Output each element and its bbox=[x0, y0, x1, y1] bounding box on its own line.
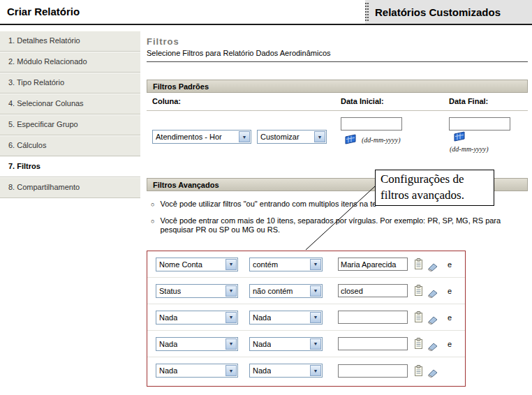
filter-value-input[interactable] bbox=[338, 337, 408, 350]
advanced-filter-row: Nada ▼ Nada ▼ bbox=[147, 357, 465, 384]
filter-operator-select[interactable]: Nada ▼ bbox=[249, 364, 323, 378]
module-title: Relatórios Customizados bbox=[375, 6, 501, 18]
filter-field-select[interactable]: Nada ▼ bbox=[156, 311, 238, 325]
filter-value-input[interactable] bbox=[338, 284, 408, 297]
select-value: Nada bbox=[253, 340, 271, 348]
date-start-input[interactable] bbox=[341, 117, 402, 131]
bullet-icon: ○ bbox=[151, 200, 154, 209]
chevron-down-icon: ▼ bbox=[226, 285, 237, 297]
advanced-filter-row: Status ▼ não contém ▼ e bbox=[147, 278, 465, 304]
sidebar-item-compartilhamento[interactable]: 8. Compartilhamento bbox=[0, 177, 140, 198]
select-values-icon[interactable] bbox=[413, 365, 424, 377]
select-values-icon[interactable] bbox=[413, 285, 424, 297]
filter-value-input[interactable] bbox=[338, 311, 408, 324]
chevron-down-icon: ▼ bbox=[310, 365, 321, 376]
select-values-icon[interactable] bbox=[413, 338, 424, 350]
step-label: 4. Selecionar Colunas bbox=[8, 99, 84, 107]
date-start-label: Data Inicial: bbox=[341, 97, 384, 105]
filter-field-select[interactable]: Nome Conta ▼ bbox=[156, 258, 238, 271]
annotation-callout: Configurações de filtros avançados. bbox=[375, 170, 494, 206]
clear-icon[interactable] bbox=[428, 343, 438, 351]
clear-icon[interactable] bbox=[428, 290, 438, 298]
step-label: 2. Módulo Relacionado bbox=[8, 57, 87, 66]
select-values-icon[interactable] bbox=[413, 258, 424, 270]
connector-label: e bbox=[448, 340, 452, 348]
filter-field-select[interactable]: Nada ▼ bbox=[156, 364, 238, 378]
select-value: Status bbox=[159, 287, 181, 295]
filter-operator-select[interactable]: Nada ▼ bbox=[249, 311, 323, 325]
section-title: Filtros bbox=[147, 36, 179, 47]
sidebar-item-filtros[interactable]: 7. Filtros bbox=[0, 156, 140, 177]
advanced-filter-row: Nada ▼ Nada ▼ e bbox=[147, 304, 465, 331]
module-header: Relatórios Customizados bbox=[365, 0, 532, 24]
page: Criar Relatório Relatórios Customizados … bbox=[0, 0, 532, 395]
chevron-down-icon: ▼ bbox=[226, 365, 237, 376]
chevron-down-icon: ▼ bbox=[226, 338, 237, 350]
page-title: Criar Relatório bbox=[7, 6, 80, 17]
sidebar-item-especificar-grupo[interactable]: 5. Especificar Grupo bbox=[0, 114, 140, 135]
step-label: 8. Compartilhamento bbox=[8, 183, 80, 191]
chevron-down-icon: ▼ bbox=[226, 259, 237, 270]
filter-value-input[interactable] bbox=[338, 364, 408, 378]
chevron-down-icon: ▼ bbox=[314, 131, 325, 142]
date-format-hint: (dd-mm-yyyy) bbox=[450, 145, 489, 153]
chevron-down-icon: ▼ bbox=[310, 285, 321, 297]
chevron-down-icon: ▼ bbox=[310, 312, 321, 323]
divider bbox=[147, 61, 528, 62]
clear-icon[interactable] bbox=[428, 369, 438, 378]
filter-operator-select[interactable]: contém ▼ bbox=[249, 258, 323, 271]
chevron-down-icon: ▼ bbox=[239, 131, 250, 142]
column-mode-select[interactable]: Customizar ▼ bbox=[257, 130, 327, 144]
step-label: 7. Filtros bbox=[8, 162, 40, 170]
step-label: 1. Detalhes Relatório bbox=[8, 36, 80, 45]
connector-label: e bbox=[448, 287, 452, 295]
header-bar: Criar Relatório Relatórios Customizados bbox=[0, 0, 532, 25]
calendar-icon[interactable] bbox=[452, 131, 466, 142]
advanced-tip-1: ○ Você pode utilizar filtros "ou" entran… bbox=[151, 200, 376, 209]
date-format-hint: (dd-mm-yyyy) bbox=[362, 136, 401, 144]
chevron-down-icon: ▼ bbox=[310, 259, 321, 270]
sidebar-item-modulo-relacionado[interactable]: 2. Módulo Relacionado bbox=[0, 52, 140, 73]
filter-value-input[interactable] bbox=[338, 258, 408, 271]
tip-text: Você pode utilizar filtros "ou" entrando… bbox=[160, 200, 376, 209]
sidebar-item-selecionar-colunas[interactable]: 4. Selecionar Colunas bbox=[0, 94, 140, 114]
sidebar-item-tipo-relatorio[interactable]: 3. Tipo Relatório bbox=[0, 73, 140, 94]
filter-operator-select[interactable]: Nada ▼ bbox=[249, 337, 323, 351]
filter-field-select[interactable]: Nada ▼ bbox=[156, 337, 238, 351]
advanced-filter-row: Nome Conta ▼ contém ▼ e bbox=[147, 251, 465, 278]
main-content: Filtros Selecione Filtros para Relatório… bbox=[147, 33, 528, 391]
step-label: 6. Cálculos bbox=[8, 141, 46, 149]
select-value: contém bbox=[253, 260, 278, 269]
bullet-icon: ○ bbox=[151, 217, 154, 235]
step-label: 5. Especificar Grupo bbox=[8, 120, 78, 128]
column-select[interactable]: Atendimentos - Hor ▼ bbox=[152, 130, 251, 144]
select-value: Nada bbox=[159, 340, 177, 348]
select-values-icon[interactable] bbox=[413, 311, 424, 323]
dotted-separator-icon bbox=[365, 3, 369, 21]
section-subtitle: Selecione Filtros para Relatório Dados A… bbox=[147, 49, 331, 57]
connector-label: e bbox=[448, 260, 452, 269]
clear-icon[interactable] bbox=[428, 263, 438, 271]
select-value: Atendimentos - Hor bbox=[156, 133, 222, 141]
filter-field-select[interactable]: Status ▼ bbox=[156, 284, 238, 298]
wizard-steps-sidebar: 1. Detalhes Relatório 2. Módulo Relacion… bbox=[0, 31, 140, 198]
calendar-icon[interactable] bbox=[343, 134, 357, 145]
divider bbox=[147, 110, 528, 111]
tip-text: Você pode entrar com mais de 10 itens, s… bbox=[160, 216, 524, 234]
advanced-tip-2: ○ Você pode entrar com mais de 10 itens,… bbox=[151, 216, 524, 234]
date-end-label: Data Final: bbox=[449, 97, 488, 105]
select-value: Nada bbox=[159, 366, 177, 375]
connector-label: e bbox=[448, 313, 452, 322]
column-label: Coluna: bbox=[152, 97, 181, 105]
date-end-input[interactable] bbox=[449, 117, 510, 131]
select-value: Customizar bbox=[260, 133, 300, 141]
filter-operator-select[interactable]: não contém ▼ bbox=[249, 284, 323, 298]
clear-icon[interactable] bbox=[428, 316, 438, 325]
step-label: 3. Tipo Relatório bbox=[8, 78, 64, 87]
sidebar-item-detalhes-relatorio[interactable]: 1. Detalhes Relatório bbox=[0, 31, 140, 52]
sidebar-item-calculos[interactable]: 6. Cálculos bbox=[0, 135, 140, 156]
standard-filters-header: Filtros Padrões bbox=[147, 80, 528, 93]
select-value: Nada bbox=[253, 366, 271, 375]
chevron-down-icon: ▼ bbox=[310, 338, 321, 350]
select-value: Nada bbox=[159, 313, 177, 322]
